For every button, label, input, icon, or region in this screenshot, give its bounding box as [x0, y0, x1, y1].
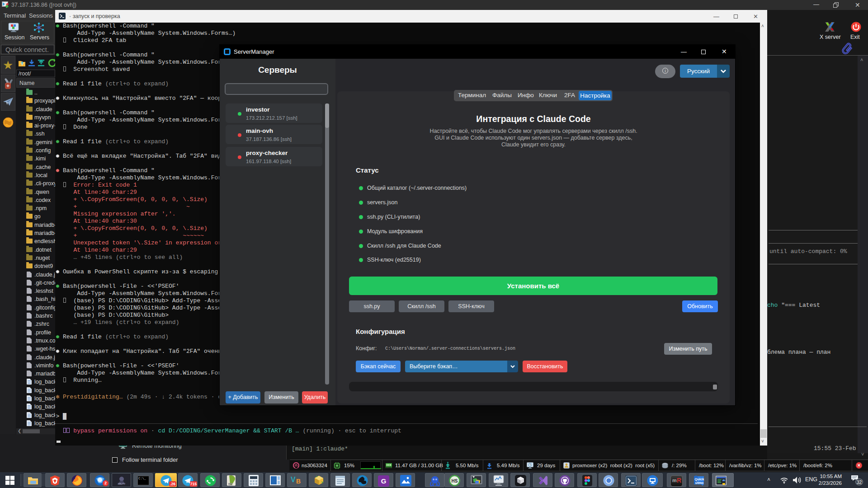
- svg-text:utmo: utmo: [695, 481, 704, 485]
- svg-text:HS: HS: [452, 479, 458, 483]
- svg-text:FRUTY: FRUTY: [118, 483, 126, 485]
